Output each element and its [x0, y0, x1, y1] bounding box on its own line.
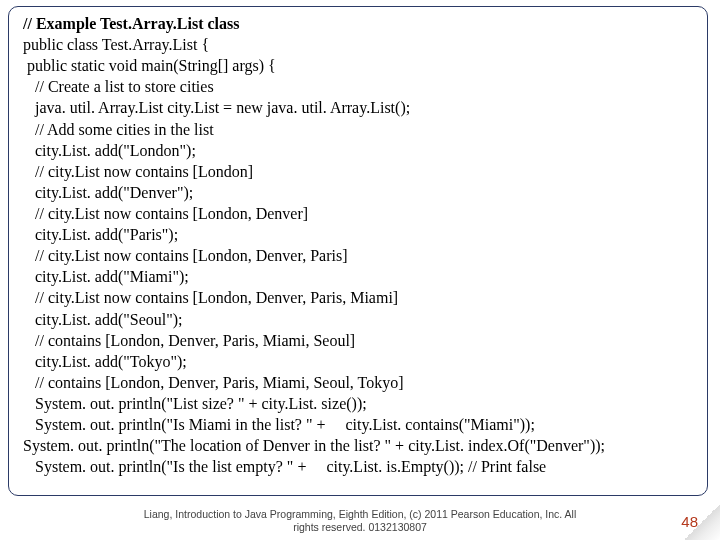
- code-line: // Example Test.Array.List class: [23, 13, 697, 34]
- page-curl-icon: [684, 504, 720, 540]
- code-example-box: // Example Test.Array.List class public …: [8, 6, 708, 496]
- code-line: city.List. add("Tokyo");: [23, 351, 697, 372]
- footer-line-1: Liang, Introduction to Java Programming,…: [144, 508, 577, 520]
- code-line: city.List. add("London");: [23, 140, 697, 161]
- code-line: city.List. add("Denver");: [23, 182, 697, 203]
- footer-line-2: rights reserved. 0132130807: [293, 521, 427, 533]
- code-line: // Add some cities in the list: [23, 119, 697, 140]
- code-line: city.List. add("Seoul");: [23, 309, 697, 330]
- code-line: // city.List now contains [London, Denve…: [23, 203, 697, 224]
- code-line: city.List. add("Paris");: [23, 224, 697, 245]
- code-line: // city.List now contains [London, Denve…: [23, 287, 697, 308]
- code-line: System. out. println("List size? " + cit…: [23, 393, 697, 414]
- code-line: public static void main(String[] args) {: [23, 55, 697, 76]
- code-line: // Create a list to store cities: [23, 76, 697, 97]
- code-line: // contains [London, Denver, Paris, Miam…: [23, 372, 697, 393]
- code-line: city.List. add("Miami");: [23, 266, 697, 287]
- code-line: // city.List now contains [London, Denve…: [23, 245, 697, 266]
- slide-footer: Liang, Introduction to Java Programming,…: [0, 508, 720, 534]
- code-line: System. out. println("Is the list empty?…: [23, 456, 697, 477]
- code-line: public class Test.Array.List {: [23, 34, 697, 55]
- code-line: System. out. println("Is Miami in the li…: [23, 414, 697, 435]
- code-line: java. util. Array.List city.List = new j…: [23, 97, 697, 118]
- code-line: // contains [London, Denver, Paris, Miam…: [23, 330, 697, 351]
- code-line: // city.List now contains [London]: [23, 161, 697, 182]
- code-line: System. out. println("The location of De…: [23, 435, 697, 456]
